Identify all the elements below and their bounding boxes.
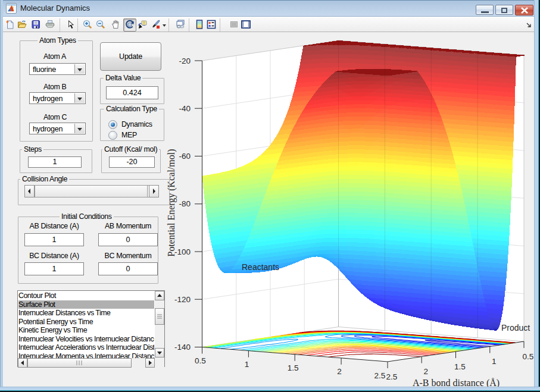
svg-text:1.5: 1.5 <box>288 363 299 372</box>
svg-text:0.5: 0.5 <box>195 356 206 365</box>
svg-text:2: 2 <box>337 367 342 376</box>
svg-text:-140: -140 <box>174 343 191 352</box>
svg-text:1: 1 <box>245 360 249 369</box>
svg-text:-100: -100 <box>174 247 191 256</box>
svg-text:Product: Product <box>501 323 530 333</box>
svg-text:2.5: 2.5 <box>386 372 398 381</box>
svg-text:0.5: 0.5 <box>523 352 534 361</box>
svg-text:2: 2 <box>423 367 428 376</box>
svg-text:-40: -40 <box>179 104 191 113</box>
svg-text:1.5: 1.5 <box>454 362 466 371</box>
svg-text:1: 1 <box>492 357 497 366</box>
svg-text:-80: -80 <box>179 199 191 208</box>
svg-text:-20: -20 <box>179 57 191 65</box>
svg-text:-60: -60 <box>179 152 191 161</box>
svg-text:-120: -120 <box>174 295 191 304</box>
svg-text:Reactants: Reactants <box>242 262 279 272</box>
svg-text:2.5: 2.5 <box>374 371 386 380</box>
